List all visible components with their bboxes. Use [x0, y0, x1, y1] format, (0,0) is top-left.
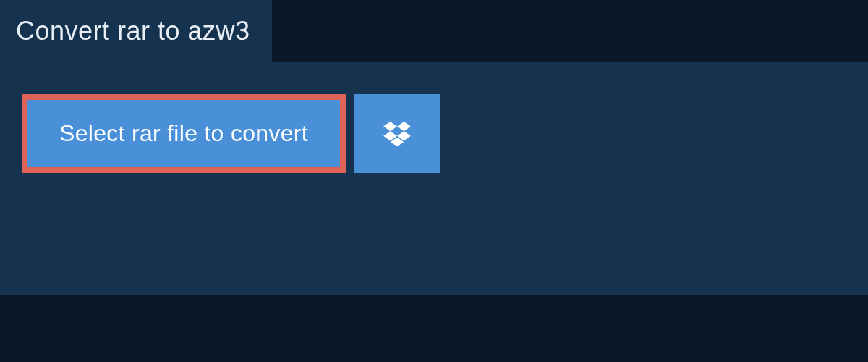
dropbox-button[interactable]	[354, 94, 440, 173]
actions-row: Select rar file to convert	[0, 62, 868, 202]
conversion-panel: Select rar file to convert	[0, 62, 868, 295]
tab-label: Convert rar to azw3	[16, 16, 250, 46]
tab-convert[interactable]: Convert rar to azw3	[0, 0, 272, 62]
select-file-button[interactable]: Select rar file to convert	[22, 94, 346, 173]
select-file-label: Select rar file to convert	[59, 120, 308, 147]
dropbox-icon	[383, 119, 412, 148]
